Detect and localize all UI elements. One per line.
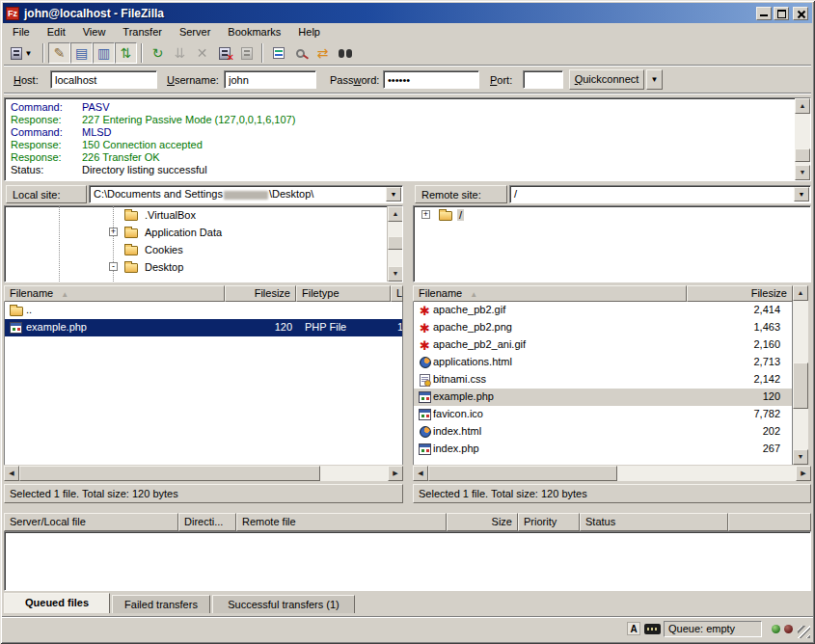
menu-server[interactable]: Server <box>171 25 219 40</box>
file-row[interactable]: bitnami.css 2,142 <box>414 371 792 389</box>
close-button[interactable] <box>793 7 808 20</box>
icon-file-icon <box>418 408 432 421</box>
sort-ascending-icon: ▲ <box>61 290 68 299</box>
remote-column-filesize[interactable]: Filesize <box>687 285 793 302</box>
local-column-last-modified[interactable]: L <box>391 285 403 302</box>
menu-help[interactable]: Help <box>289 25 329 40</box>
menu-bookmarks[interactable]: Bookmarks <box>219 25 289 40</box>
file-row-example-php[interactable]: example.php 120 PHP File 1 <box>5 319 402 336</box>
tree-collapse-icon[interactable]: - <box>109 262 118 271</box>
remote-selection-status: Selected 1 file. Total size: 120 bytes <box>413 484 811 503</box>
file-row-selected[interactable]: example.php 120 <box>414 389 792 406</box>
maximize-button[interactable] <box>774 7 789 20</box>
tree-expand-icon[interactable]: + <box>421 210 430 219</box>
scroll-up-button[interactable]: ▲ <box>793 285 808 301</box>
scroll-left-button[interactable]: ◀ <box>413 466 428 481</box>
file-row[interactable]: index.html 202 <box>414 423 792 441</box>
remote-list-scrollbar[interactable]: ▲ ▼ <box>793 285 808 465</box>
local-column-filename[interactable]: Filename▲ <box>4 285 225 302</box>
tree-expand-icon[interactable]: + <box>109 228 118 236</box>
apache-image-file-icon: ✱ <box>418 338 432 352</box>
file-row[interactable]: ✱ apache_pb2.gif 2,414 <box>414 302 792 319</box>
scroll-left-button[interactable]: ◀ <box>4 466 19 481</box>
toggle-local-tree-button[interactable]: ▤ <box>70 42 93 64</box>
disconnect-button[interactable]: ✕ <box>213 42 235 64</box>
scroll-right-button[interactable]: ▶ <box>796 466 811 481</box>
menu-bar: File Edit View Transfer Server Bookmarks… <box>4 25 329 40</box>
process-queue-icon: ⇊ <box>175 46 186 60</box>
local-column-filesize[interactable]: Filesize <box>225 285 296 302</box>
process-queue-button[interactable]: ⇊ <box>169 42 191 64</box>
quickconnect-button[interactable]: Quickconnect <box>569 69 644 90</box>
password-input[interactable] <box>383 70 479 89</box>
combo-dropdown-button[interactable]: ▼ <box>386 187 401 201</box>
tree-item-root[interactable]: + / <box>414 206 810 224</box>
toggle-remote-tree-button[interactable]: ▥ <box>93 42 115 64</box>
directory-listing-filters-button[interactable] <box>267 42 289 64</box>
menu-file[interactable]: File <box>4 25 39 40</box>
file-row[interactable]: favicon.ico 7,782 <box>414 406 792 423</box>
combo-dropdown-button[interactable]: ▼ <box>794 187 809 201</box>
resize-grip[interactable] <box>798 626 810 638</box>
scroll-down-button[interactable]: ▼ <box>795 165 810 180</box>
scroll-down-button[interactable]: ▼ <box>388 266 403 282</box>
open-site-manager-button[interactable]: ▼ <box>4 42 39 64</box>
queue-column-server-local-file[interactable]: Server/Local file <box>4 513 178 531</box>
cancel-operation-button[interactable]: ✕ <box>191 42 213 64</box>
toggle-transfer-queue-button[interactable]: ⇅ <box>115 42 137 64</box>
cancel-icon: ✕ <box>197 46 208 60</box>
tree-item-virtualbox[interactable]: .VirtualBox <box>5 206 402 224</box>
reconnect-button[interactable] <box>235 42 258 64</box>
port-input[interactable] <box>523 70 563 89</box>
file-row[interactable]: applications.html 2,713 <box>414 354 792 371</box>
queue-column-remote-file[interactable]: Remote file <box>236 513 447 531</box>
menu-transfer[interactable]: Transfer <box>114 25 171 40</box>
minimize-button[interactable] <box>756 7 772 20</box>
scroll-thumb[interactable] <box>793 362 808 409</box>
local-column-filetype[interactable]: Filetype <box>296 285 391 302</box>
tree-item-cookies[interactable]: Cookies <box>5 241 402 258</box>
scroll-down-button[interactable]: ▼ <box>793 449 808 465</box>
scroll-up-button[interactable]: ▲ <box>388 206 403 222</box>
scroll-thumb[interactable] <box>19 466 320 481</box>
remote-site-combobox[interactable]: / ▼ <box>509 185 811 203</box>
toggle-message-log-button[interactable]: ✎ <box>48 42 70 64</box>
file-row[interactable]: index.php 267 <box>414 441 792 458</box>
file-row[interactable]: ✱ apache_pb2_ani.gif 2,160 <box>414 336 792 354</box>
menu-view[interactable]: View <box>74 25 115 40</box>
username-input[interactable] <box>224 70 316 89</box>
menu-edit[interactable]: Edit <box>39 25 74 40</box>
tab-queued-files[interactable]: Queued files <box>4 593 110 613</box>
scroll-thumb[interactable] <box>428 466 617 481</box>
binoculars-icon <box>339 49 352 58</box>
pane-splitter[interactable] <box>403 185 413 504</box>
tab-successful-transfers[interactable]: Successful transfers (1) <box>212 595 355 613</box>
queue-column-priority[interactable]: Priority <box>518 513 580 531</box>
quickconnect-dropdown-button[interactable]: ▼ <box>646 69 663 90</box>
remote-hscrollbar[interactable]: ◀ ▶ <box>413 466 811 481</box>
scroll-right-button[interactable]: ▶ <box>388 466 403 481</box>
local-site-combobox[interactable]: C:\Documents and Settings\Desktop\ ▼ <box>89 185 403 203</box>
local-tree-scrollbar[interactable]: ▲ ▼ <box>387 206 402 282</box>
log-scrollbar[interactable]: ▲ ▼ <box>795 98 810 180</box>
queue-column-size[interactable]: Size <box>447 513 518 531</box>
queue-column-status[interactable]: Status <box>580 513 728 531</box>
scroll-thumb[interactable] <box>388 236 403 250</box>
magnifier-icon <box>296 49 305 58</box>
local-hscrollbar[interactable]: ◀ ▶ <box>4 466 403 481</box>
file-row[interactable]: ✱ apache_pb2.png 1,463 <box>414 319 792 336</box>
synchronized-browsing-button[interactable]: ⇄ <box>312 42 334 64</box>
tab-failed-transfers[interactable]: Failed transfers <box>112 595 210 613</box>
directory-comparison-button[interactable] <box>289 42 312 64</box>
host-input[interactable] <box>50 70 157 89</box>
tree-item-desktop[interactable]: - Desktop <box>5 258 402 276</box>
scroll-thumb[interactable] <box>795 148 810 162</box>
find-files-button[interactable] <box>334 42 356 64</box>
remote-column-filename[interactable]: Filename▲ <box>413 285 687 302</box>
file-row-updir[interactable]: .. <box>5 302 402 319</box>
sort-ascending-icon: ▲ <box>470 290 477 299</box>
refresh-listings-button[interactable]: ↻ <box>147 42 169 64</box>
scroll-up-button[interactable]: ▲ <box>795 98 810 114</box>
queue-column-direction[interactable]: Directi... <box>178 513 236 531</box>
tree-item-application-data[interactable]: + Application Data <box>5 224 402 241</box>
